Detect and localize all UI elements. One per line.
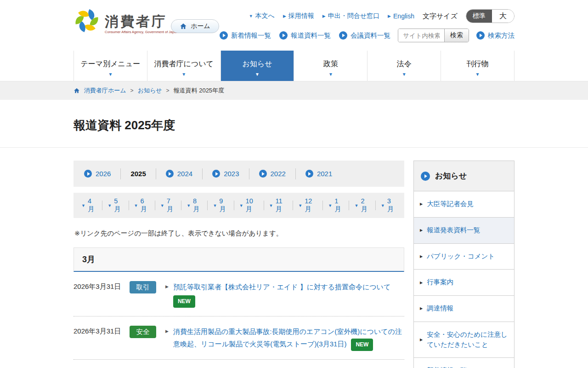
nav-item-4[interactable]: 法令▼ — [368, 51, 441, 81]
header-link-2[interactable]: ▶申出・問合せ窓口 — [322, 12, 379, 20]
sidebar: お知らせ ▶大臣等記者会見▶報道発表資料一覧▶パブリック・コメント▶行事案内▶調… — [413, 161, 514, 368]
circle-arrow-icon — [84, 170, 92, 178]
sidebar-title: お知らせ — [435, 171, 467, 181]
sidebar-item-label[interactable]: 報道発表資料一覧 — [427, 225, 480, 236]
month-link-label: 8月 — [193, 197, 202, 213]
year-link-2026[interactable]: 2026 — [84, 170, 111, 178]
chevron-down-icon: ▼ — [107, 203, 112, 208]
year-link-2022[interactable]: 2022 — [259, 170, 286, 178]
news-link[interactable]: 預託等取引業者【株式会社リア・エイド 】に対する措置命令について — [173, 283, 390, 291]
font-size-large-button[interactable]: 大 — [492, 10, 514, 23]
month-link-label: 5月 — [114, 197, 123, 213]
nav-item-2[interactable]: お知らせ▼ — [221, 51, 294, 81]
month-link-label: 3月 — [387, 197, 396, 213]
year-item: 2026 — [74, 168, 121, 179]
agency-logo[interactable]: 消費者庁 Consumer Affairs Agency, Government… — [74, 7, 178, 34]
breadcrumb-current: 報道資料 2025年度 — [174, 86, 225, 95]
arrow-right-icon: ▶ — [420, 338, 423, 342]
month-link-10月[interactable]: ▼10月 — [234, 201, 264, 210]
search-help-link[interactable]: 検索方法 — [476, 31, 514, 40]
quick-link-1[interactable]: 報道資料一覧 — [279, 31, 331, 40]
month-link-7月[interactable]: ▼7月 — [155, 201, 181, 210]
header-link-0[interactable]: ▼本文へ — [249, 12, 275, 20]
sidebar-item-6[interactable]: ▶新着情報一覧 — [414, 358, 514, 368]
circle-arrow-icon — [220, 31, 228, 40]
search-button[interactable]: 検索 — [444, 29, 469, 42]
quick-link-2[interactable]: 会議資料一覧 — [339, 31, 390, 40]
header-link-3[interactable]: ▶English — [388, 12, 414, 20]
breadcrumb-separator: > — [130, 87, 134, 94]
month-link-4月[interactable]: ▼4月 — [76, 201, 102, 210]
month-link-6月[interactable]: ▼6月 — [129, 201, 155, 210]
play-triangle-icon — [87, 172, 90, 176]
month-link-3月[interactable]: ▼3月 — [376, 201, 401, 210]
home-button[interactable]: ホーム — [171, 19, 219, 33]
sidebar-item-label[interactable]: 調達情報 — [427, 304, 453, 314]
sidebar-item-label[interactable]: 新着情報一覧 — [427, 366, 467, 368]
year-link-label: 2021 — [317, 170, 332, 178]
sidebar-item-label[interactable]: 大臣等記者会見 — [427, 199, 474, 209]
arrow-right-icon: ▶ — [322, 14, 326, 18]
font-size-standard-button[interactable]: 標準 — [466, 10, 492, 23]
nav-item-1[interactable]: 消費者庁について▼ — [147, 51, 221, 81]
month-link-2月[interactable]: ▼2月 — [349, 201, 375, 210]
sidebar-item-0[interactable]: ▶大臣等記者会見 — [414, 191, 514, 218]
chevron-down-icon: ▼ — [368, 72, 441, 77]
home-button-label: ホーム — [191, 22, 210, 30]
play-triangle-icon — [262, 172, 265, 176]
month-link-label: 6月 — [140, 197, 149, 213]
arrow-right-icon: ▶ — [420, 228, 423, 232]
year-link-label: 2022 — [271, 170, 286, 178]
circle-arrow-icon — [476, 31, 485, 40]
sidebar-item-2[interactable]: ▶パブリック・コメント — [414, 244, 514, 270]
year-tabs: 202620252024202320222021 — [74, 161, 404, 187]
logo-subtitle: Consumer Affairs Agency, Government of J… — [105, 30, 178, 34]
nav-item-label: 刊行物 — [467, 60, 489, 68]
month-link-1月[interactable]: ▼1月 — [323, 201, 349, 210]
month-link-9月[interactable]: ▼9月 — [208, 201, 234, 210]
sidebar-item-label[interactable]: 安全・安心のために注意していただきたいこと — [427, 330, 508, 350]
chevron-down-icon: ▼ — [160, 203, 164, 208]
circle-arrow-icon — [259, 170, 267, 178]
header-link-1[interactable]: ▶採用情報 — [283, 12, 314, 20]
nav-item-0[interactable]: テーマ別メニュー▼ — [74, 51, 147, 81]
sidebar-item-label[interactable]: パブリック・コメント — [427, 252, 495, 262]
month-link-5月[interactable]: ▼5月 — [102, 201, 129, 210]
sidebar-item-1[interactable]: ▶報道発表資料一覧 — [414, 218, 514, 244]
year-link-2024[interactable]: 2024 — [166, 170, 192, 178]
month-link-label: 9月 — [219, 197, 228, 213]
search-input[interactable] — [398, 29, 444, 42]
year-link-2021[interactable]: 2021 — [305, 170, 332, 178]
arrow-right-icon: ▶ — [420, 281, 423, 285]
nav-item-label: お知らせ — [243, 60, 272, 68]
sidebar-item-3[interactable]: ▶行事案内 — [414, 270, 514, 296]
year-link-2023[interactable]: 2023 — [212, 170, 239, 178]
breadcrumb-link-0[interactable]: 消費者庁ホーム — [84, 86, 126, 95]
chevron-down-icon: ▼ — [269, 203, 273, 208]
home-icon — [180, 23, 187, 30]
year-item: 2024 — [156, 168, 203, 179]
chevron-down-icon: ▼ — [354, 203, 358, 208]
month-link-11月[interactable]: ▼11月 — [264, 201, 294, 210]
chevron-down-icon: ▼ — [298, 203, 302, 208]
month-link-12月[interactable]: ▼12月 — [293, 201, 323, 210]
news-text-block: 消費生活用製品の重大製品事故:長期使用のエアコン(室外機)についての注意喚起、リ… — [173, 326, 404, 351]
nav-item-5[interactable]: 刊行物▼ — [441, 51, 514, 81]
year-link-label: 2023 — [224, 170, 239, 178]
month-link-8月[interactable]: ▼8月 — [181, 201, 208, 210]
circle-arrow-icon — [305, 170, 313, 178]
sidebar-item-label[interactable]: 行事案内 — [427, 277, 453, 288]
quick-link-0[interactable]: 新着情報一覧 — [220, 31, 271, 40]
year-item: 2025 — [121, 168, 156, 179]
chevron-down-icon: ▼ — [74, 72, 147, 77]
news-row: 2026年3月31日取引▶預託等取引業者【株式会社リア・エイド 】に対する措置命… — [74, 272, 404, 316]
logo-title: 消費者庁 — [105, 14, 178, 29]
month-section-header: 3月 — [74, 247, 404, 272]
nav-item-label: テーマ別メニュー — [80, 60, 140, 68]
sidebar-item-5[interactable]: ▶安全・安心のために注意していただきたいこと — [414, 322, 514, 358]
chevron-down-icon: ▼ — [221, 72, 294, 77]
breadcrumb-link-1[interactable]: お知らせ — [138, 86, 162, 95]
sidebar-item-4[interactable]: ▶調達情報 — [414, 296, 514, 322]
nav-item-3[interactable]: 政策▼ — [294, 51, 368, 81]
circle-arrow-icon — [339, 31, 347, 40]
